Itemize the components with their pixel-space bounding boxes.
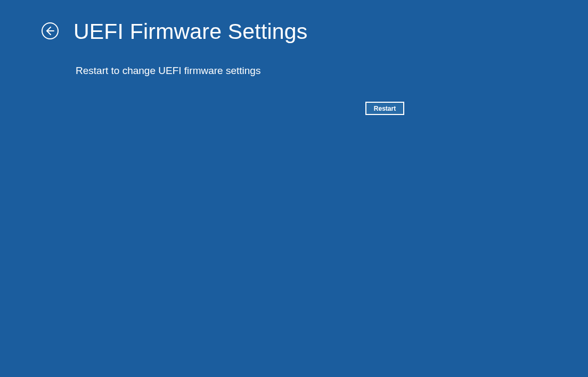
- description-text: Restart to change UEFI firmware settings: [76, 65, 260, 77]
- back-arrow-icon: [42, 22, 59, 42]
- page-title: UEFI Firmware Settings: [74, 19, 308, 44]
- restart-button[interactable]: Restart: [365, 102, 404, 115]
- page-header: UEFI Firmware Settings: [42, 19, 308, 44]
- back-button[interactable]: [42, 23, 59, 40]
